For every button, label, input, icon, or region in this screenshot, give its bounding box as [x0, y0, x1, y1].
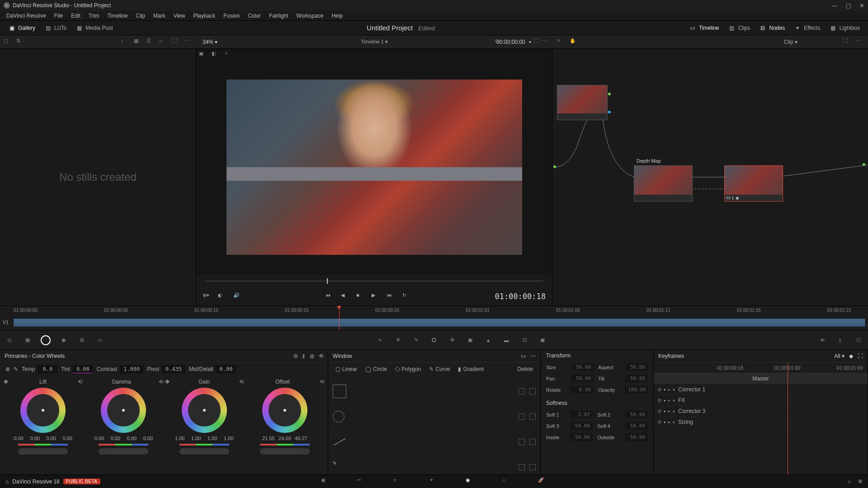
node-graph[interactable]: Depth Map 03⫿◉ — [552, 49, 868, 305]
bypass-grades-icon[interactable]: ⊗▾ — [203, 292, 211, 300]
wipe-icon[interactable]: ◐ — [218, 292, 226, 300]
page-edit-icon[interactable]: ≡ — [393, 477, 402, 486]
bars-icon[interactable]: ⫿ — [302, 353, 305, 359]
key-icon[interactable]: ▬ — [501, 335, 511, 345]
window-row-rect[interactable] — [333, 379, 536, 404]
menu-trim[interactable]: Trim — [85, 12, 103, 20]
kf-row-sizing[interactable]: ▪▸▸Sizing — [654, 417, 868, 427]
color-wheels-icon[interactable] — [41, 335, 51, 345]
menu-color[interactable]: Color — [244, 12, 264, 20]
page-fairlight-icon[interactable]: ♫ — [502, 477, 511, 486]
auto-icon[interactable]: ⊙ — [293, 353, 298, 359]
color-match-icon[interactable]: ▦ — [23, 335, 33, 345]
soft2-value[interactable]: 50.00 — [625, 411, 648, 418]
project-settings-icon[interactable]: ⚙ — [858, 479, 863, 484]
rotate-value[interactable]: 0.00 — [571, 386, 594, 394]
keyframe-toggle-icon[interactable]: 👁 — [817, 335, 827, 345]
kf-row-fx[interactable]: ▪▸▸FX — [654, 395, 868, 406]
temp-value[interactable]: 0.0 — [38, 365, 57, 373]
3d-icon[interactable]: ▣ — [538, 335, 547, 345]
project-home-icon[interactable]: ⌂ — [848, 479, 851, 484]
page-color-icon[interactable]: ◉ — [466, 477, 475, 486]
shape-delete-button[interactable]: Delete — [514, 365, 536, 373]
list-icon[interactable]: ☰ — [146, 38, 155, 46]
prev-clip-icon[interactable]: ⏮ — [326, 292, 334, 300]
blur-icon[interactable]: ▲ — [483, 335, 493, 345]
soft1-value[interactable]: 2.07 — [570, 411, 593, 418]
shape-circle-button[interactable]: ◯ Circle — [363, 365, 390, 373]
offset-y-wheel[interactable] — [260, 448, 310, 455]
timeline-button[interactable]: ▭Timeline — [684, 23, 724, 33]
grid-icon[interactable]: ▦ — [134, 38, 142, 46]
effects-button[interactable]: ✦Effects — [789, 23, 825, 33]
gamma-wheel[interactable] — [101, 388, 146, 433]
stills-view-icon[interactable]: ▢ — [4, 38, 12, 46]
home-icon[interactable]: ⌂ — [5, 479, 9, 485]
gain-y-wheel[interactable] — [179, 448, 229, 455]
arrow-icon[interactable]: ↖ — [557, 38, 565, 46]
offset-wheel[interactable] — [262, 388, 307, 433]
clips-button[interactable]: ▥Clips — [724, 23, 755, 33]
camera-raw-icon[interactable]: ◎ — [5, 335, 14, 345]
hdr-wheels-icon[interactable]: ◉ — [59, 335, 69, 345]
sort-icon[interactable]: ↕ — [121, 38, 129, 46]
bypass-icon[interactable]: ⊘ — [495, 38, 503, 46]
page-fusion-icon[interactable]: ✦ — [429, 477, 439, 486]
menu-fairlight[interactable]: Fairlight — [265, 12, 292, 20]
timeline-ruler[interactable]: 01:00:00:00 01:00:00:05 01:00:00:10 01:0… — [0, 306, 868, 316]
zoom-level[interactable]: 34% ▾ — [203, 39, 217, 45]
tint-value[interactable]: 0.00 — [73, 365, 93, 373]
page-deliver-icon[interactable]: 🚀 — [538, 477, 547, 486]
maximize-icon[interactable]: ▢ — [846, 2, 851, 9]
md-value[interactable]: 0.00 — [216, 365, 236, 373]
node-depthmap[interactable] — [634, 165, 693, 202]
pan-value[interactable]: 50.00 — [571, 375, 594, 382]
scopes-icon[interactable]: ⫿ — [835, 335, 845, 345]
pivot-value[interactable]: 0.435 — [162, 365, 185, 373]
tilt-value[interactable]: 50.00 — [625, 375, 648, 382]
luts-button[interactable]: ▤LUTs — [40, 23, 71, 33]
reset-icon[interactable]: ⟲ — [319, 353, 323, 359]
play-icon[interactable]: ▶ — [372, 292, 380, 300]
sizing-icon[interactable]: ⊡ — [519, 335, 529, 345]
offset-reset-icon[interactable]: ⟲ — [320, 379, 324, 385]
viewer-wand-icon[interactable]: ✧ — [224, 51, 232, 59]
info-icon[interactable]: ⓘ — [854, 335, 863, 345]
shape-linear-button[interactable]: ▢ Linear — [333, 365, 360, 373]
lift-wheel[interactable] — [20, 388, 66, 433]
gain-picker-icon[interactable]: ✥ — [165, 379, 170, 385]
awb-icon[interactable]: ✎ — [14, 366, 18, 372]
motion-icon[interactable]: ▭ — [95, 335, 105, 345]
win-preset-icon[interactable]: ▭ — [521, 353, 526, 359]
clip-dropdown[interactable]: Clip ▾ — [784, 39, 797, 45]
lift-picker-icon[interactable]: ✥ — [4, 379, 8, 385]
menu-edit[interactable]: Edit — [67, 12, 84, 20]
menu-view[interactable]: View — [170, 12, 189, 20]
menu-file[interactable]: File — [51, 12, 66, 20]
menu-davinci[interactable]: DaVinci Resolve — [3, 12, 50, 20]
fullscreen-icon[interactable]: ⛶ — [533, 38, 542, 46]
hand-icon[interactable]: ✋ — [570, 38, 578, 46]
stills-sort-icon[interactable]: ⇅ — [16, 38, 24, 46]
rgb-mixer-icon[interactable]: ⊞ — [77, 335, 87, 345]
search-icon[interactable]: ⌕ — [159, 38, 167, 46]
contrast-value[interactable]: 1.000 — [120, 365, 143, 373]
inside-value[interactable]: 50.00 — [570, 433, 593, 441]
tracker-icon[interactable]: ✜ — [447, 335, 457, 345]
viewer-split-icon[interactable]: ◧ — [212, 51, 220, 59]
picker-icon[interactable]: ⊕ — [5, 366, 10, 372]
page-cut-icon[interactable]: ✂ — [357, 477, 366, 486]
window-row-line[interactable] — [333, 429, 536, 455]
next-clip-icon[interactable]: ⏭ — [387, 292, 395, 300]
nodes-button[interactable]: ⊟Nodes — [755, 23, 789, 33]
gamma-reset-icon[interactable]: ⟲ — [159, 379, 163, 385]
qualifier-icon[interactable]: ✎ — [411, 335, 421, 345]
timeline-name[interactable]: Timeline 1 ▾ — [361, 39, 387, 45]
kf-row-corrector1[interactable]: ▪▸▸Corrector 1 — [654, 384, 868, 395]
size-value[interactable]: 50.00 — [571, 363, 594, 371]
window-icon[interactable]: ⬡ — [429, 335, 439, 345]
mini-timeline[interactable]: 01:00:00:00 01:00:00:05 01:00:00:10 01:0… — [0, 305, 868, 331]
gain-wheel[interactable] — [182, 388, 227, 433]
log-icon[interactable]: ◎ — [310, 353, 314, 359]
menu-fusion[interactable]: Fusion — [220, 12, 243, 20]
